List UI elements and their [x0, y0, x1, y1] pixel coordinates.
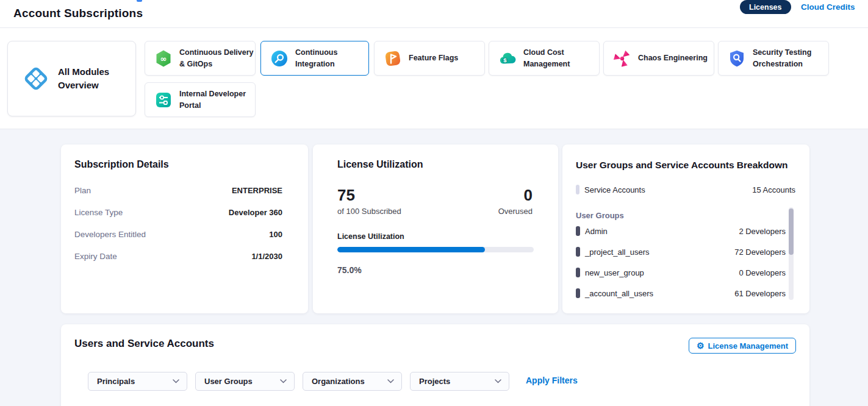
all-modules-icon	[22, 65, 50, 93]
service-accounts-value: 15 Accounts	[752, 185, 795, 194]
module-tile-chaos-engineering[interactable]: Chaos Engineering	[603, 41, 714, 76]
utilization-bar-fill	[337, 247, 485, 252]
filter-projects[interactable]: Projects	[410, 372, 509, 391]
gear-icon: ⚙	[697, 341, 705, 350]
clipped-element-fragment	[137, 0, 142, 2]
module-tile-cloud-cost[interactable]: $ Cloud Cost Management	[489, 41, 600, 76]
license-type-label: License Type	[74, 208, 123, 217]
all-modules-overview-label: All Modules Overview	[58, 65, 117, 93]
license-type-value: Developer 360	[229, 208, 282, 217]
filter-organizations[interactable]: Organizations	[303, 372, 402, 391]
subscription-details-card: Subscription Details Plan ENTERPRISE Lic…	[61, 144, 308, 313]
service-accounts-label: Service Accounts	[584, 185, 645, 194]
users-service-accounts-card: Users and Service Accounts ⚙ License Man…	[61, 324, 809, 406]
feature-flags-icon	[384, 49, 402, 68]
overused-count: 0	[524, 186, 533, 205]
license-utilization-card: License Utilization 75 of 100 Subscribed…	[313, 144, 558, 313]
used-caption: of 100 Subscribed	[337, 207, 401, 216]
used-count: 75	[337, 186, 355, 205]
user-group-count: 0 Developers	[739, 268, 786, 277]
licenses-tab[interactable]: Licenses	[740, 0, 791, 14]
apply-filters-link[interactable]: Apply Filters	[526, 376, 578, 385]
service-accounts-bullet	[576, 185, 579, 194]
breakdown-title: User Groups and Service Accounts Breakdo…	[576, 160, 787, 171]
user-group-count: 2 Developers	[739, 227, 786, 236]
user-group-name: new_user_group	[585, 268, 644, 277]
filter-label: Principals	[97, 377, 135, 386]
cloud-credits-tab[interactable]: Cloud Credits	[801, 2, 855, 12]
license-management-button[interactable]: ⚙ License Management	[689, 338, 796, 354]
module-tile-continuous-integration[interactable]: Continuous Integration	[260, 41, 369, 76]
module-tile-label: Feature Flags	[409, 52, 458, 63]
filter-label: Organizations	[312, 377, 365, 386]
filter-label: Projects	[419, 377, 450, 386]
breakdown-scrollbar-track	[789, 207, 794, 300]
user-group-name: _project_all_users	[585, 248, 650, 257]
plan-label: Plan	[74, 186, 91, 195]
filter-principals[interactable]: Principals	[88, 372, 187, 391]
expiry-date-label: Expiry Date	[74, 252, 117, 261]
plan-value: ENTERPRISE	[232, 186, 282, 195]
module-tile-internal-developer-portal[interactable]: Internal Developer Portal	[145, 82, 256, 117]
user-groups-subheading: User Groups	[576, 211, 624, 220]
module-tile-label: Continuous Delivery & GitOps	[179, 47, 255, 69]
top-bar: Account Subscriptions Licenses Cloud Cre…	[0, 0, 868, 28]
expiry-date-value: 1/1/2030	[251, 252, 282, 261]
user-group-bullet	[576, 226, 580, 236]
utilization-bar-track	[337, 247, 534, 252]
user-group-bullet	[576, 288, 580, 298]
chevron-down-icon	[495, 379, 501, 383]
module-tile-label: Cloud Cost Management	[523, 47, 599, 69]
account-subscriptions-screen: Account Subscriptions Licenses Cloud Cre…	[0, 0, 868, 406]
cloud-cost-icon: $	[498, 49, 517, 68]
all-modules-overview-card[interactable]: All Modules Overview	[7, 41, 136, 116]
page-title: Account Subscriptions	[13, 7, 143, 20]
chevron-down-icon	[173, 379, 179, 383]
breakdown-scrollbar-thumb[interactable]	[789, 208, 794, 255]
developers-entitled-value: 100	[269, 230, 282, 239]
user-group-count: 72 Developers	[734, 248, 786, 257]
user-group-name: _account_all_users	[585, 289, 653, 298]
user-group-name: Admin	[585, 227, 608, 236]
security-testing-icon	[728, 49, 746, 68]
user-group-bullet	[576, 268, 580, 277]
subscription-details-title: Subscription Details	[74, 159, 169, 170]
chevron-down-icon	[280, 379, 287, 383]
module-tile-label: Internal Developer Portal	[179, 88, 255, 110]
overused-caption: Overused	[498, 207, 533, 216]
filter-user-groups[interactable]: User Groups	[195, 372, 295, 391]
module-tile-label: Chaos Engineering	[638, 52, 708, 63]
module-tile-label: Security Testing Orchestration	[753, 47, 828, 69]
utilization-percent: 75.0%	[337, 265, 362, 275]
module-tile-label: Continuous Integration	[295, 47, 368, 69]
svg-text:$: $	[503, 57, 507, 63]
utilization-bar-label: License Utilization	[337, 232, 404, 241]
developers-entitled-label: Developers Entitled	[74, 230, 146, 239]
svg-text:∞: ∞	[160, 54, 167, 63]
module-tile-feature-flags[interactable]: Feature Flags	[374, 41, 485, 76]
chevron-down-icon	[387, 379, 394, 383]
breakdown-card: User Groups and Service Accounts Breakdo…	[562, 144, 809, 313]
license-utilization-title: License Utilization	[337, 159, 423, 170]
module-tile-continuous-delivery[interactable]: ∞ Continuous Delivery & GitOps	[145, 41, 256, 76]
user-group-count: 61 Developers	[734, 289, 786, 298]
internal-developer-portal-icon	[154, 91, 173, 109]
user-group-bullet	[576, 247, 580, 257]
continuous-delivery-icon: ∞	[154, 49, 173, 68]
modules-band: All Modules Overview ∞ Continuous Delive…	[0, 28, 868, 129]
filter-label: User Groups	[204, 377, 253, 386]
license-management-label: License Management	[708, 341, 789, 351]
continuous-integration-icon	[270, 49, 289, 68]
module-tile-security-testing[interactable]: Security Testing Orchestration	[718, 41, 829, 76]
users-section-title: Users and Service Accounts	[74, 338, 214, 350]
chaos-engineering-icon	[613, 49, 631, 68]
